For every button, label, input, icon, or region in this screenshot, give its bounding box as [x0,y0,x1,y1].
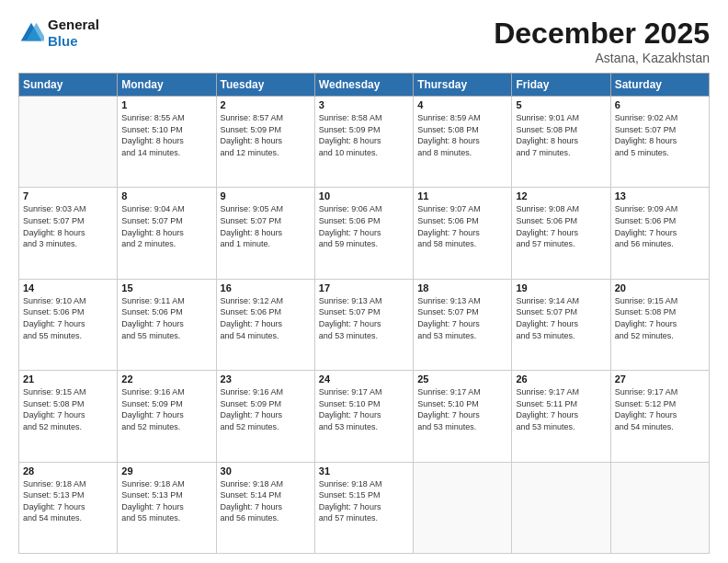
day-info: Sunrise: 8:55 AMSunset: 5:10 PMDaylight:… [121,112,211,158]
header: General Blue December 2025 Astana, Kazak… [18,17,710,65]
table-row: 27Sunrise: 9:17 AMSunset: 5:12 PMDayligh… [610,371,709,462]
day-info: Sunrise: 9:07 AMSunset: 5:06 PMDaylight:… [417,203,507,249]
table-row: 9Sunrise: 9:05 AMSunset: 5:07 PMDaylight… [216,188,314,279]
table-row: 16Sunrise: 9:12 AMSunset: 5:06 PMDayligh… [216,279,314,370]
col-friday: Friday [512,74,610,97]
day-number: 16 [221,282,311,293]
day-number: 10 [319,190,409,201]
day-number: 2 [221,99,311,110]
day-number: 28 [23,465,113,477]
day-number: 1 [121,99,211,110]
table-row: 17Sunrise: 9:13 AMSunset: 5:07 PMDayligh… [314,279,413,370]
day-info: Sunrise: 9:17 AMSunset: 5:12 PMDaylight:… [615,386,705,432]
table-row: 12Sunrise: 9:08 AMSunset: 5:06 PMDayligh… [512,188,610,279]
table-row: 22Sunrise: 9:16 AMSunset: 5:09 PMDayligh… [118,371,216,462]
day-info: Sunrise: 9:18 AMSunset: 5:14 PMDaylight:… [221,478,311,524]
day-info: Sunrise: 9:18 AMSunset: 5:13 PMDaylight:… [121,478,211,524]
day-number: 14 [23,282,113,293]
table-row: 5Sunrise: 9:01 AMSunset: 5:08 PMDaylight… [512,97,610,188]
day-number: 15 [121,282,211,293]
calendar-week-1: 7Sunrise: 9:03 AMSunset: 5:07 PMDaylight… [19,188,710,279]
day-info: Sunrise: 9:15 AMSunset: 5:08 PMDaylight:… [615,295,705,341]
calendar-header: Sunday Monday Tuesday Wednesday Thursday… [19,74,710,97]
table-row: 14Sunrise: 9:10 AMSunset: 5:06 PMDayligh… [19,279,118,370]
table-row: 15Sunrise: 9:11 AMSunset: 5:06 PMDayligh… [118,279,216,370]
table-row: 3Sunrise: 8:58 AMSunset: 5:09 PMDaylight… [314,97,413,188]
day-info: Sunrise: 9:03 AMSunset: 5:07 PMDaylight:… [23,203,113,249]
table-row [512,462,610,553]
table-row: 8Sunrise: 9:04 AMSunset: 5:07 PMDaylight… [118,188,216,279]
day-info: Sunrise: 9:01 AMSunset: 5:08 PMDaylight:… [516,112,606,158]
day-number: 4 [417,99,507,110]
day-info: Sunrise: 9:11 AMSunset: 5:06 PMDaylight:… [121,295,211,341]
day-info: Sunrise: 9:02 AMSunset: 5:07 PMDaylight:… [615,112,705,158]
day-number: 5 [516,99,606,110]
title-block: December 2025 Astana, Kazakhstan [494,17,710,65]
day-number: 3 [319,99,409,110]
day-info: Sunrise: 8:57 AMSunset: 5:09 PMDaylight:… [221,112,311,158]
col-wednesday: Wednesday [314,74,413,97]
day-info: Sunrise: 9:13 AMSunset: 5:07 PMDaylight:… [319,295,409,341]
day-info: Sunrise: 9:17 AMSunset: 5:10 PMDaylight:… [417,386,507,432]
day-number: 27 [615,373,705,385]
table-row [414,462,512,553]
day-number: 20 [615,282,705,293]
col-saturday: Saturday [610,74,709,97]
day-number: 8 [121,190,211,201]
table-row: 19Sunrise: 9:14 AMSunset: 5:07 PMDayligh… [512,279,610,370]
day-info: Sunrise: 9:18 AMSunset: 5:15 PMDaylight:… [319,478,409,524]
table-row: 21Sunrise: 9:15 AMSunset: 5:08 PMDayligh… [19,371,118,462]
col-monday: Monday [118,74,216,97]
day-number: 12 [516,190,606,201]
table-row: 23Sunrise: 9:16 AMSunset: 5:09 PMDayligh… [216,371,314,462]
table-row: 13Sunrise: 9:09 AMSunset: 5:06 PMDayligh… [610,188,709,279]
table-row: 25Sunrise: 9:17 AMSunset: 5:10 PMDayligh… [414,371,512,462]
day-info: Sunrise: 9:18 AMSunset: 5:13 PMDaylight:… [23,478,113,524]
day-info: Sunrise: 9:05 AMSunset: 5:07 PMDaylight:… [221,203,311,249]
calendar-body: 1Sunrise: 8:55 AMSunset: 5:10 PMDaylight… [19,97,710,554]
day-info: Sunrise: 9:14 AMSunset: 5:07 PMDaylight:… [516,295,606,341]
table-row: 2Sunrise: 8:57 AMSunset: 5:09 PMDaylight… [216,97,314,188]
calendar-week-2: 14Sunrise: 9:10 AMSunset: 5:06 PMDayligh… [19,279,710,370]
table-row [610,462,709,553]
day-info: Sunrise: 9:08 AMSunset: 5:06 PMDaylight:… [516,203,606,249]
day-number: 13 [615,190,705,201]
day-number: 9 [221,190,311,201]
day-info: Sunrise: 9:12 AMSunset: 5:06 PMDaylight:… [221,295,311,341]
day-number: 18 [417,282,507,293]
logo: General Blue [18,17,99,50]
page: General Blue December 2025 Astana, Kazak… [0,0,728,563]
day-info: Sunrise: 9:17 AMSunset: 5:10 PMDaylight:… [319,386,409,432]
weekday-header-row: Sunday Monday Tuesday Wednesday Thursday… [19,74,710,97]
day-number: 19 [516,282,606,293]
table-row: 18Sunrise: 9:13 AMSunset: 5:07 PMDayligh… [414,279,512,370]
table-row: 1Sunrise: 8:55 AMSunset: 5:10 PMDaylight… [118,97,216,188]
calendar-week-4: 28Sunrise: 9:18 AMSunset: 5:13 PMDayligh… [19,462,710,553]
col-thursday: Thursday [414,74,512,97]
table-row [19,97,118,188]
day-info: Sunrise: 9:09 AMSunset: 5:06 PMDaylight:… [615,203,705,249]
day-number: 23 [221,373,311,385]
day-number: 31 [319,465,409,477]
day-info: Sunrise: 9:15 AMSunset: 5:08 PMDaylight:… [23,386,113,432]
day-info: Sunrise: 9:16 AMSunset: 5:09 PMDaylight:… [221,386,311,432]
day-number: 6 [615,99,705,110]
day-info: Sunrise: 9:16 AMSunset: 5:09 PMDaylight:… [121,386,211,432]
table-row: 31Sunrise: 9:18 AMSunset: 5:15 PMDayligh… [314,462,413,553]
calendar-week-3: 21Sunrise: 9:15 AMSunset: 5:08 PMDayligh… [19,371,710,462]
day-number: 25 [417,373,507,385]
table-row: 10Sunrise: 9:06 AMSunset: 5:06 PMDayligh… [314,188,413,279]
calendar-table: Sunday Monday Tuesday Wednesday Thursday… [18,73,710,554]
table-row: 29Sunrise: 9:18 AMSunset: 5:13 PMDayligh… [118,462,216,553]
table-row: 24Sunrise: 9:17 AMSunset: 5:10 PMDayligh… [314,371,413,462]
day-info: Sunrise: 8:59 AMSunset: 5:08 PMDaylight:… [417,112,507,158]
table-row: 30Sunrise: 9:18 AMSunset: 5:14 PMDayligh… [216,462,314,553]
day-number: 11 [417,190,507,201]
table-row: 7Sunrise: 9:03 AMSunset: 5:07 PMDaylight… [19,188,118,279]
day-number: 30 [221,465,311,477]
subtitle: Astana, Kazakhstan [494,51,710,65]
table-row: 26Sunrise: 9:17 AMSunset: 5:11 PMDayligh… [512,371,610,462]
day-info: Sunrise: 9:17 AMSunset: 5:11 PMDaylight:… [516,386,606,432]
day-number: 17 [319,282,409,293]
day-info: Sunrise: 9:06 AMSunset: 5:06 PMDaylight:… [319,203,409,249]
